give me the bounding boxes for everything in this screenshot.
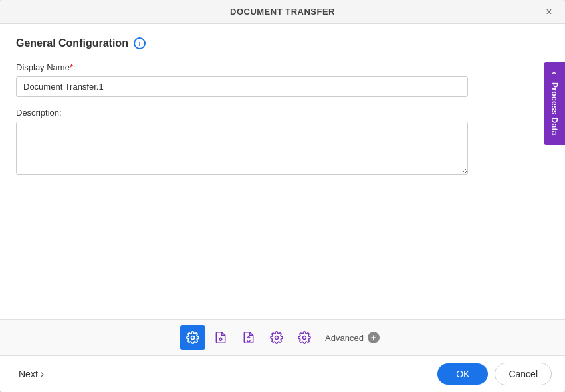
next-label: Next [19,369,38,379]
ok-button[interactable]: OK [437,363,488,385]
next-chevron-icon: › [41,368,44,380]
svg-point-2 [275,336,279,340]
file-gear-icon [214,331,227,344]
cancel-button[interactable]: Cancel [495,363,552,385]
cog-icon [270,331,283,344]
process-data-panel[interactable]: ‹ Process Data [544,62,565,145]
info-icon[interactable]: i [134,37,146,49]
toolbar-file-transfer-button[interactable] [236,325,261,350]
toolbar-advanced-settings-button[interactable] [292,325,317,350]
advanced-plus-icon: + [368,332,380,343]
title-bar: DOCUMENT TRANSFER × [0,0,565,24]
section-title-text: General Configuration [16,37,128,49]
svg-point-3 [303,336,306,340]
dialog-title: DOCUMENT TRANSFER [230,7,335,17]
advanced-label: Advanced [325,333,364,343]
toolbar-general-settings-button[interactable] [180,325,205,350]
description-textarea[interactable] [16,122,468,175]
file-arrows-icon [242,331,255,344]
description-label: Description: [16,108,549,118]
toolbar: Advanced + [0,319,565,355]
svg-point-0 [191,336,195,340]
description-group: Description: [16,108,549,177]
svg-point-1 [219,338,221,340]
next-button[interactable]: Next › [13,364,49,384]
document-transfer-dialog: DOCUMENT TRANSFER × General Configuratio… [0,0,565,392]
advanced-button[interactable]: Advanced + [320,328,385,347]
close-button[interactable]: × [541,4,557,20]
display-name-label: Display Name*: [16,62,549,72]
footer: Next › OK Cancel [0,355,565,392]
toolbar-settings-button[interactable] [264,325,289,350]
process-data-label: Process Data [550,82,559,136]
cog-alt-icon [298,331,311,344]
footer-actions: OK Cancel [437,363,552,385]
content-area: General Configuration i Display Name*: D… [0,24,565,319]
section-header: General Configuration i [16,37,549,49]
process-data-chevron: ‹ [550,72,559,74]
gear-settings-icon [186,331,199,344]
display-name-input[interactable] [16,76,468,97]
display-name-group: Display Name*: [16,62,549,97]
toolbar-file-settings-button[interactable] [208,325,233,350]
